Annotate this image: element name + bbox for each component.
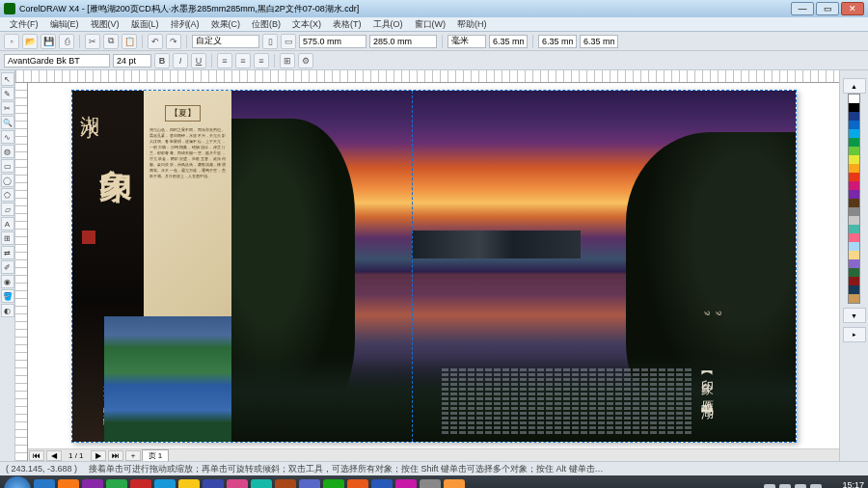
page-tab[interactable]: 页 1 (142, 449, 170, 462)
color-swatch[interactable] (849, 147, 859, 155)
ruler-horizontal[interactable] (15, 70, 839, 83)
start-button[interactable] (4, 476, 31, 488)
palette-flyout-button[interactable]: ▸ (843, 327, 866, 342)
page-width-input[interactable] (299, 35, 366, 48)
paste-button[interactable]: 📋 (122, 34, 137, 49)
taskbar-app-icon[interactable] (227, 479, 248, 488)
taskbar-app-icon[interactable] (34, 479, 55, 488)
taskbar-app-icon[interactable] (130, 479, 151, 488)
palette-up-button[interactable]: ▲ (843, 78, 866, 94)
underline-button[interactable]: U (191, 53, 206, 68)
tray-icon[interactable] (795, 484, 806, 488)
menu-item[interactable]: 文本(X) (286, 18, 327, 31)
color-swatch[interactable] (849, 259, 859, 268)
color-swatch[interactable] (849, 233, 859, 242)
taskbar-app-icon[interactable] (106, 479, 127, 488)
menu-item[interactable]: 工具(O) (367, 18, 409, 31)
blend-tool[interactable]: ⇄ (1, 246, 14, 259)
smart-fill-tool[interactable]: ◍ (1, 145, 14, 158)
taskbar-app-icon[interactable] (251, 479, 272, 488)
menu-item[interactable]: 文件(F) (4, 18, 44, 31)
shape-tool[interactable]: ✎ (1, 87, 14, 100)
zoom-tool[interactable]: 🔍 (1, 116, 14, 129)
taskbar-app-icon[interactable] (275, 479, 296, 488)
crop-tool[interactable]: ✂ (1, 101, 14, 115)
minimize-button[interactable]: — (791, 2, 814, 15)
taskbar-app-icon[interactable] (371, 479, 393, 488)
last-page-button[interactable]: ⏭ (108, 450, 123, 461)
tray-icon[interactable] (764, 484, 775, 488)
menu-item[interactable]: 排列(A) (165, 18, 205, 31)
pasteboard[interactable]: 湖水 印象 第一章 雁鸣湖之晨与傍晚 【夏】 湖光山色，四时之景不同，而乐亦无穷… (28, 83, 839, 448)
menu-item[interactable]: 窗口(W) (409, 18, 452, 31)
taskbar-app-icon[interactable] (154, 479, 176, 488)
color-swatch[interactable] (849, 95, 859, 103)
landscape-button[interactable]: ▭ (281, 34, 296, 49)
color-swatch[interactable] (849, 199, 859, 207)
color-swatch[interactable] (849, 207, 859, 216)
polygon-tool[interactable]: ⬠ (1, 188, 14, 202)
page-height-input[interactable] (369, 35, 437, 48)
font-size-select[interactable] (113, 54, 151, 68)
color-swatch[interactable] (849, 251, 859, 259)
add-page-button[interactable]: ＋ (125, 450, 141, 461)
color-swatch[interactable] (849, 121, 859, 129)
menu-item[interactable]: 帮助(H) (451, 18, 493, 31)
portrait-button[interactable]: ▯ (262, 34, 278, 49)
next-page-button[interactable]: ▶ (91, 450, 106, 461)
cut-button[interactable]: ✂ (85, 34, 100, 49)
interactive-fill-tool[interactable]: ◐ (1, 304, 14, 317)
close-button[interactable]: ✕ (841, 2, 864, 15)
nudge-input[interactable] (489, 35, 528, 48)
taskbar-app-icon[interactable] (347, 479, 368, 488)
italic-button[interactable]: I (173, 53, 188, 68)
document-spread[interactable]: 湖水 印象 第一章 雁鸣湖之晨与傍晚 【夏】 湖光山色，四时之景不同，而乐亦无穷… (71, 90, 797, 443)
menu-item[interactable]: 版面(L) (125, 18, 165, 31)
open-button[interactable]: 📂 (22, 34, 38, 49)
align-right-button[interactable]: ≡ (254, 53, 269, 68)
menu-item[interactable]: 视图(V) (85, 18, 125, 31)
color-swatch[interactable] (849, 173, 859, 181)
menu-item[interactable]: 编辑(E) (44, 18, 85, 31)
taskbar-app-icon[interactable] (82, 479, 103, 488)
bold-button[interactable]: B (154, 53, 170, 68)
color-swatch[interactable] (849, 138, 859, 147)
snap-button[interactable]: ⊞ (280, 53, 295, 68)
new-button[interactable]: ▫ (4, 34, 19, 49)
taskbar-app-icon[interactable] (203, 479, 224, 488)
undo-button[interactable]: ↶ (148, 34, 163, 49)
taskbar-app-icon[interactable] (323, 479, 344, 488)
prev-page-button[interactable]: ◀ (46, 450, 62, 461)
color-swatch[interactable] (849, 277, 859, 285)
table-tool[interactable]: ⊞ (1, 231, 14, 245)
color-swatch[interactable] (849, 103, 859, 112)
menu-item[interactable]: 位图(B) (246, 18, 286, 31)
menu-item[interactable]: 表格(T) (327, 18, 367, 31)
clock-time[interactable]: 15:17 (826, 480, 864, 488)
color-swatch[interactable] (849, 112, 859, 121)
ruler-vertical[interactable] (15, 83, 28, 461)
redo-button[interactable]: ↷ (166, 34, 181, 49)
taskbar-app-icon[interactable] (299, 479, 320, 488)
basic-shapes-tool[interactable]: ▱ (1, 203, 14, 216)
eyedropper-tool[interactable]: ✐ (1, 260, 14, 274)
taskbar-app-icon[interactable] (444, 479, 465, 488)
print-button[interactable]: ⎙ (59, 34, 74, 49)
taskbar-app-icon[interactable] (395, 479, 417, 488)
menu-item[interactable]: 效果(C) (205, 18, 247, 31)
paper-preset-select[interactable] (192, 35, 259, 48)
tray-icon[interactable] (810, 484, 822, 488)
dup-y-input[interactable] (580, 35, 618, 48)
dup-x-input[interactable] (538, 35, 577, 48)
color-swatch[interactable] (849, 190, 859, 199)
freehand-tool[interactable]: ∿ (1, 130, 14, 144)
color-swatch[interactable] (849, 285, 859, 294)
taskbar-app-icon[interactable] (178, 479, 200, 488)
copy-button[interactable]: ⧉ (103, 34, 119, 49)
maximize-button[interactable]: ▭ (816, 2, 839, 15)
first-page-button[interactable]: ⏮ (29, 450, 44, 461)
pick-tool[interactable]: ↖ (1, 72, 14, 86)
color-swatch[interactable] (849, 164, 859, 173)
palette-down-button[interactable]: ▼ (843, 308, 866, 323)
color-swatch[interactable] (849, 181, 859, 190)
